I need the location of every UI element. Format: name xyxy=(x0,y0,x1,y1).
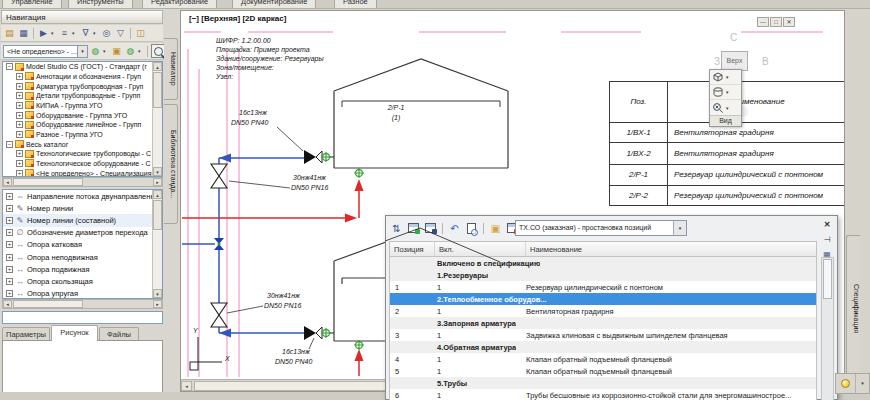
chevron-down-icon[interactable]: ▾ xyxy=(93,30,99,36)
tree-item[interactable]: +✎Номер линии xyxy=(3,202,162,214)
tree-item[interactable]: +Оборудование линейное - Групп xyxy=(3,120,162,130)
ribbon-tab-tools[interactable]: Инструменты xyxy=(68,0,133,9)
tree-item[interactable]: +↔Опора скользящая xyxy=(3,275,162,287)
expand-icon[interactable]: + xyxy=(16,102,23,109)
tree-item[interactable]: +∅Обозначение диаметров перехода xyxy=(3,227,162,239)
titleblock-line[interactable]: Зона/помещение: xyxy=(216,64,274,71)
folder-icon[interactable]: ▣ xyxy=(110,45,123,58)
tree-item[interactable]: +Технологические трубопроводы - С xyxy=(3,149,162,159)
expand-icon[interactable]: + xyxy=(6,290,13,297)
ribbon-tab-editing[interactable]: Редактирование xyxy=(142,0,217,9)
expand-icon[interactable]: + xyxy=(6,217,13,224)
tree-item[interactable]: +↔Опора подвижная xyxy=(3,263,162,275)
close-icon[interactable]: ✕ xyxy=(783,17,795,27)
sort-icon[interactable]: ⇅ xyxy=(389,221,404,236)
save-table-icon[interactable] xyxy=(423,221,438,236)
funnel-icon[interactable]: ▽ xyxy=(114,27,127,40)
scroll-right-icon[interactable]: ▸ xyxy=(153,178,162,186)
gate-valve-2[interactable] xyxy=(211,303,227,327)
side-tab-standard-library[interactable]: Библиотека станда... xyxy=(164,104,178,224)
scrollbar-thumb[interactable] xyxy=(13,178,83,186)
tree-item[interactable]: +⇔Направление потока двунаправленн xyxy=(3,190,162,202)
scroll-left-icon[interactable]: ◂ xyxy=(3,178,12,186)
scroll-left-icon[interactable]: ◂ xyxy=(181,381,192,391)
tree-item[interactable]: +Детали трубопроводные - Групп xyxy=(3,91,162,101)
open-spec-icon[interactable]: ▣ xyxy=(488,221,503,236)
valve-label[interactable]: DN50 PN40 xyxy=(231,119,268,126)
scrollbar-thumb[interactable] xyxy=(153,200,162,230)
scrollbar-thumb[interactable] xyxy=(13,300,83,308)
expand-icon[interactable]: + xyxy=(6,205,13,212)
quick-filter-input[interactable] xyxy=(2,311,163,324)
viewcube-east[interactable]: В xyxy=(762,56,769,67)
lightbulb-button[interactable] xyxy=(836,374,856,393)
expand-icon[interactable]: + xyxy=(6,266,13,273)
expand-icon[interactable]: + xyxy=(16,83,23,90)
pipe-red[interactable] xyxy=(182,189,359,376)
tab-drawing[interactable]: Рисунок xyxy=(51,325,98,341)
chevron-down-icon[interactable]: ▾ xyxy=(72,30,78,36)
catalog-select[interactable]: <Не определено> - ... ▾ xyxy=(3,45,88,58)
expand-icon[interactable]: + xyxy=(6,241,13,248)
expand-icon[interactable]: + xyxy=(16,131,23,138)
tree-item[interactable]: +Арматура трубопроводная - Груп xyxy=(3,81,162,91)
scroll-up-icon[interactable]: ▴ xyxy=(153,62,162,71)
titleblock-line[interactable]: Площадка: Пример проекта xyxy=(216,46,310,53)
tree-item[interactable]: +✎Номер линии (составной) xyxy=(3,214,162,226)
titleblock-line[interactable]: Узел: xyxy=(216,73,233,80)
viewcube-west[interactable]: З xyxy=(714,56,720,67)
collapse-icon[interactable]: − xyxy=(6,141,13,148)
valve-label[interactable]: 30нж41нж xyxy=(293,174,326,181)
tree-item[interactable]: −Весь каталог xyxy=(3,139,162,149)
auto-hide-pin-icon[interactable]: ⊣ xyxy=(821,234,833,246)
chevron-down-icon[interactable]: ▾ xyxy=(726,89,732,95)
expand-icon[interactable]: + xyxy=(16,112,23,119)
expand-icon[interactable]: + xyxy=(16,121,23,128)
valve-label[interactable]: 30нж41нж xyxy=(267,292,300,299)
spec-item-row[interactable]: 21Вентиляторная градирня xyxy=(390,305,816,317)
expand-icon[interactable]: + xyxy=(6,193,13,200)
valve-label[interactable]: DN50 PN16 xyxy=(291,184,328,191)
chevron-down-icon[interactable]: ▾ xyxy=(856,374,869,393)
tree-item[interactable]: +Разное - Группа УГО xyxy=(3,130,162,140)
spec-group-row[interactable]: 1.Резервуары xyxy=(390,269,816,281)
spec-group-row[interactable]: 5.Трубы xyxy=(390,377,816,389)
scrollbar-thumb[interactable] xyxy=(153,72,162,108)
horizontal-scrollbar[interactable]: ◂▸ xyxy=(2,299,163,309)
visual-style-button[interactable]: ▾ xyxy=(710,85,741,100)
spec-item-row[interactable]: 61Трубы бесшовные из коррозионно-стойкой… xyxy=(390,389,816,400)
spec-group-row[interactable]: 3.Запорная арматура xyxy=(390,317,816,329)
restore-icon[interactable]: □ xyxy=(770,17,782,27)
spec-profile-select[interactable]: ТХ.СО (заказная) - простановка позиций ▾ xyxy=(515,220,687,236)
titleblock-line[interactable]: Здание/сооружение: Резервуары xyxy=(216,55,324,62)
structure-icon[interactable]: ≡ xyxy=(58,27,71,40)
spec-item-row[interactable]: 11Резервуар цилиндрический с понтоном xyxy=(390,281,816,293)
chevron-down-icon[interactable]: ▾ xyxy=(138,48,144,54)
tree-item[interactable]: +КИПиА - Группа УГО xyxy=(3,101,162,111)
copy-icon[interactable]: ◫ xyxy=(134,27,147,40)
side-tab-navigator[interactable]: Навигатор xyxy=(164,38,178,100)
viewcube-north[interactable]: С xyxy=(730,32,737,43)
tank1-tag[interactable]: 2/Р-1 xyxy=(366,104,426,111)
filter-set-icon[interactable]: ∇ xyxy=(79,27,92,40)
scroll-up-icon[interactable]: ▴ xyxy=(153,190,162,199)
collapse-icon[interactable]: − xyxy=(6,63,13,70)
tree-item[interactable]: +<Не определено> - Специализация xyxy=(3,168,162,177)
valve-label[interactable]: DN50 PN16 xyxy=(264,302,301,309)
tree-item[interactable]: +Технологическое оборудование - С xyxy=(3,159,162,169)
update-icon[interactable]: ↶ xyxy=(447,221,462,236)
tree-item[interactable]: +Оборудование - Группа УГО xyxy=(3,110,162,120)
chevron-down-icon[interactable]: ▾ xyxy=(51,30,57,36)
expand-icon[interactable]: + xyxy=(16,150,23,157)
side-tab-specification[interactable]: Спецификация xyxy=(846,235,860,382)
valve-label[interactable]: DN50 PN40 xyxy=(275,358,312,365)
expand-icon[interactable]: + xyxy=(6,254,13,261)
scroll-down-icon[interactable]: ▾ xyxy=(153,289,162,298)
valve-label[interactable]: 16с13нж xyxy=(282,348,310,355)
scroll-right-icon[interactable]: ▸ xyxy=(153,300,162,308)
tree-item[interactable]: +↔Опора неподвижная xyxy=(3,251,162,263)
globe-icon[interactable]: ◍ xyxy=(89,45,102,58)
spec-group-row-selected[interactable]: 2.Теплообменное оборудов... xyxy=(390,293,816,305)
vertical-scrollbar[interactable]: ▴▾ xyxy=(152,190,162,298)
col-position[interactable]: Позиция xyxy=(390,242,435,256)
